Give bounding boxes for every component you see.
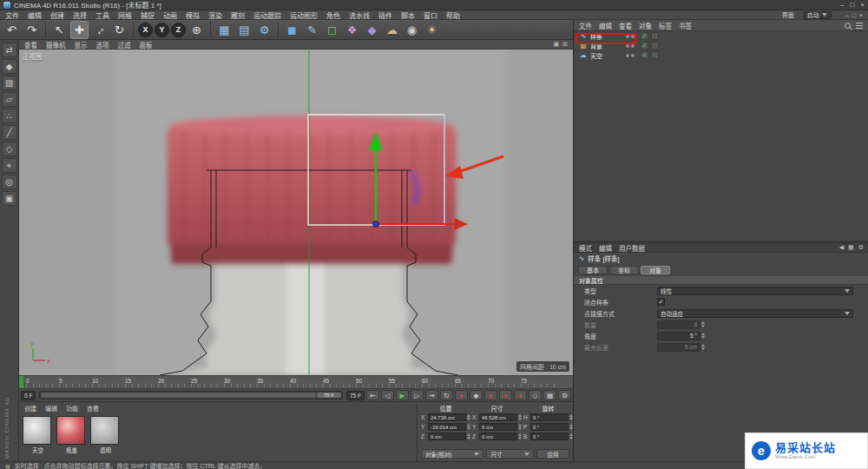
- object-row-background[interactable]: ▩ 背景 ✓: [574, 41, 868, 50]
- am-menu-edit[interactable]: 编辑: [599, 243, 612, 253]
- panel-menu[interactable]: 面板: [140, 40, 153, 50]
- timeline-scrollbar[interactable]: 75 F: [39, 391, 343, 400]
- menu-character[interactable]: 角色: [326, 10, 340, 20]
- object-row-sky[interactable]: ☁ 天空 ✓: [574, 50, 868, 60]
- size-x-input[interactable]: 46.528 cm: [479, 413, 517, 421]
- rotation-h-input[interactable]: 0 °: [530, 413, 569, 421]
- redo-icon[interactable]: ↷: [23, 21, 41, 39]
- axis-z-button[interactable]: Z: [171, 23, 186, 37]
- texture-mode-icon[interactable]: ▨: [2, 76, 17, 90]
- prev-frame-button[interactable]: ◁: [381, 390, 394, 400]
- om-menu-objects[interactable]: 对象: [639, 21, 652, 30]
- menu-simulate[interactable]: 模拟: [186, 10, 200, 20]
- goto-end-button[interactable]: ⇥: [425, 390, 438, 400]
- object-name[interactable]: 背景: [590, 42, 620, 50]
- playback-settings-button[interactable]: ⚙: [558, 390, 571, 400]
- size-y-input[interactable]: 0 cm: [479, 423, 517, 431]
- record-scale-button[interactable]: ●: [499, 390, 512, 400]
- tag-check-icon[interactable]: ✓: [641, 32, 648, 40]
- axis-mode-icon[interactable]: ⌖: [2, 158, 17, 173]
- primitive-cube-icon[interactable]: ◼: [283, 21, 301, 39]
- object-name[interactable]: 天空: [590, 51, 620, 60]
- menu-window[interactable]: 窗口: [424, 10, 437, 20]
- history-icon[interactable]: ▦: [848, 244, 854, 251]
- texture-tag-icon[interactable]: [651, 42, 659, 50]
- autokey-button[interactable]: ◆: [470, 390, 483, 400]
- materials-menu-edit[interactable]: 编辑: [45, 404, 57, 413]
- scale-icon[interactable]: ↔: [87, 17, 113, 43]
- panel-menu-icon[interactable]: [856, 23, 863, 29]
- origin-point[interactable]: [373, 221, 379, 228]
- points-mode-icon[interactable]: ∴: [2, 109, 17, 123]
- lock-icon[interactable]: ▣: [2, 191, 17, 206]
- coord-system-icon[interactable]: ⊕: [187, 21, 206, 39]
- am-menu-mode[interactable]: 模式: [579, 243, 592, 253]
- minimize-button[interactable]: –: [840, 1, 844, 9]
- menu-help[interactable]: 帮助: [446, 10, 460, 20]
- undo-icon[interactable]: ↶: [3, 21, 21, 39]
- cameras-menu[interactable]: 摄像机: [46, 40, 66, 50]
- render-settings-icon[interactable]: ⚙: [255, 21, 273, 39]
- end-frame-input[interactable]: 75 F: [346, 391, 365, 400]
- display-menu[interactable]: 显示: [75, 40, 88, 50]
- record-button[interactable]: ●: [455, 390, 468, 400]
- polygons-mode-icon[interactable]: ◇: [2, 142, 17, 156]
- menu-edit[interactable]: 编辑: [28, 10, 42, 20]
- coord-mode-select[interactable]: 对象(相对): [421, 449, 483, 459]
- om-menu-tags[interactable]: 标签: [659, 21, 672, 30]
- material-thumbnail-glass[interactable]: [90, 416, 119, 445]
- object-properties-header[interactable]: 对象属性: [574, 275, 868, 285]
- doc-close-button[interactable]: ×: [859, 12, 863, 18]
- type-select[interactable]: 线性: [657, 287, 853, 295]
- start-frame-input[interactable]: 0 F: [21, 391, 36, 400]
- filter-menu[interactable]: 过滤: [118, 40, 131, 50]
- viewport-layout-icon[interactable]: ⊞: [562, 41, 568, 48]
- record-rotation-button[interactable]: ●: [514, 390, 527, 400]
- visibility-dots[interactable]: [626, 44, 635, 48]
- menu-animate[interactable]: 动画: [163, 10, 177, 20]
- menu-mesh[interactable]: 网格: [118, 10, 132, 20]
- move-icon[interactable]: ✚: [70, 21, 89, 39]
- doc-maximize-button[interactable]: □: [852, 12, 856, 18]
- edges-mode-icon[interactable]: ╱: [2, 125, 17, 140]
- view-label[interactable]: 正视图: [23, 51, 43, 61]
- visibility-dots[interactable]: [626, 35, 635, 38]
- make-editable-icon[interactable]: ⇄: [2, 43, 17, 57]
- menu-pipeline[interactable]: 流水线: [349, 10, 370, 20]
- loop-button[interactable]: ↻: [440, 390, 453, 400]
- stepper[interactable]: [467, 424, 470, 430]
- play-button[interactable]: ▶: [396, 390, 409, 400]
- model-mode-icon[interactable]: ◆: [2, 59, 17, 74]
- live-selection-icon[interactable]: ↖: [50, 21, 69, 39]
- generator-icon[interactable]: ◻: [323, 21, 341, 39]
- object-row-spline[interactable]: ∿ 样条 ✓: [574, 31, 868, 41]
- menu-plugins[interactable]: 插件: [378, 10, 392, 20]
- size-z-input[interactable]: 0 cm: [479, 433, 517, 440]
- texture-tag-icon[interactable]: [651, 51, 659, 59]
- position-y-input[interactable]: -19.014 cm: [428, 423, 466, 431]
- doc-minimize-button[interactable]: –: [845, 12, 849, 18]
- coord-size-select[interactable]: 尺寸: [486, 449, 534, 459]
- keyframe-selection-button[interactable]: ▦: [543, 390, 556, 400]
- modeling-icon[interactable]: ❖: [343, 21, 361, 39]
- menu-select[interactable]: 选择: [73, 10, 87, 20]
- stepper[interactable]: [518, 424, 522, 430]
- record-parameter-button[interactable]: ◇: [529, 390, 542, 400]
- stepper[interactable]: [518, 433, 522, 439]
- search-icon[interactable]: [845, 23, 851, 29]
- menu-sculpt[interactable]: 雕刻: [231, 10, 245, 20]
- close-button[interactable]: ×: [860, 1, 865, 9]
- menu-file[interactable]: 文件: [5, 10, 19, 20]
- stepper[interactable]: [518, 414, 522, 420]
- rotation-p-input[interactable]: 0 °: [530, 423, 569, 431]
- viewport-maximize-icon[interactable]: ▣: [554, 41, 560, 48]
- environment-icon[interactable]: ☁: [383, 21, 401, 39]
- object-name[interactable]: 样条: [590, 32, 620, 41]
- materials-menu-create[interactable]: 创建: [24, 404, 36, 413]
- tag-check-icon[interactable]: ✓: [641, 42, 648, 50]
- options-menu[interactable]: 选项: [96, 40, 109, 50]
- camera-icon[interactable]: ◉: [403, 21, 421, 39]
- next-frame-button[interactable]: ▷: [411, 390, 424, 400]
- menu-create[interactable]: 创建: [50, 10, 64, 20]
- om-menu-edit[interactable]: 编辑: [599, 21, 612, 30]
